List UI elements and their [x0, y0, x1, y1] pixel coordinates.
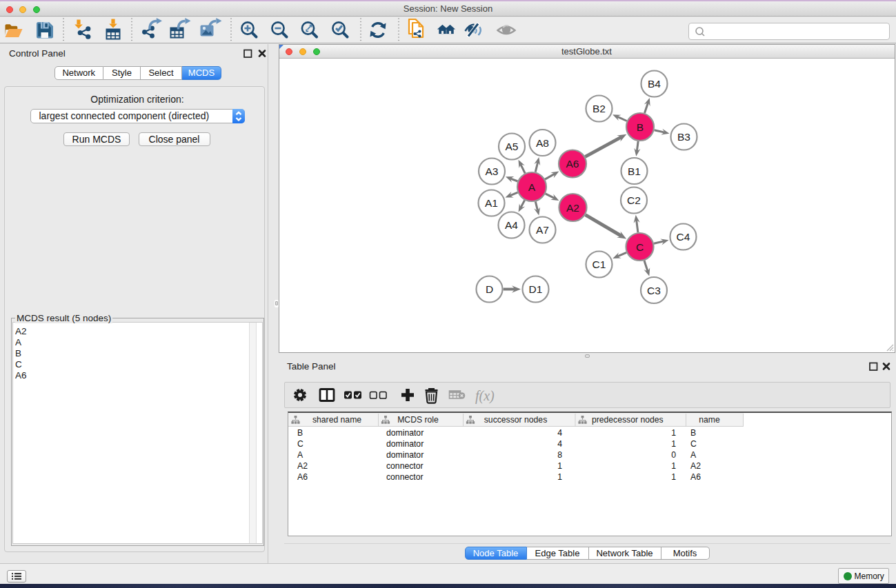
svg-text:A2: A2 — [297, 461, 308, 471]
svg-text:A6: A6 — [566, 158, 579, 170]
svg-text:1: 1 — [671, 461, 676, 471]
svg-text:A5: A5 — [505, 141, 518, 152]
svg-text:0: 0 — [671, 450, 676, 460]
svg-text:A: A — [690, 450, 697, 460]
svg-text:A6: A6 — [690, 472, 701, 482]
svg-text:name: name — [699, 415, 720, 425]
svg-text:B: B — [636, 121, 643, 133]
svg-text:B3: B3 — [677, 131, 690, 143]
svg-text:1: 1 — [557, 472, 562, 482]
svg-text:A: A — [528, 181, 535, 193]
svg-text:C: C — [297, 439, 303, 449]
svg-text:C2: C2 — [627, 194, 641, 206]
svg-text:A8: A8 — [536, 137, 549, 149]
svg-text:A2: A2 — [690, 461, 701, 471]
svg-text:1: 1 — [557, 461, 562, 471]
svg-text:8: 8 — [557, 450, 562, 460]
svg-text:C3: C3 — [647, 285, 661, 296]
svg-text:C1: C1 — [592, 258, 606, 270]
svg-text:1: 1 — [671, 439, 676, 449]
svg-text:A2: A2 — [566, 202, 579, 214]
svg-text:B1: B1 — [628, 165, 641, 177]
svg-text:A7: A7 — [536, 224, 549, 236]
svg-text:A4: A4 — [505, 219, 518, 231]
svg-text:connector: connector — [386, 472, 424, 482]
svg-text:A6: A6 — [297, 472, 308, 482]
svg-text:D1: D1 — [528, 283, 542, 295]
svg-text:dominator: dominator — [386, 428, 424, 438]
svg-text:D: D — [485, 283, 492, 295]
svg-text:dominator: dominator — [386, 439, 424, 449]
svg-text:connector: connector — [386, 461, 424, 471]
svg-text:B4: B4 — [648, 78, 661, 90]
svg-text:1: 1 — [671, 428, 676, 438]
svg-text:f(x): f(x) — [475, 388, 495, 404]
svg-text:B: B — [297, 428, 303, 438]
svg-text:A3: A3 — [485, 165, 498, 177]
svg-text:shared name: shared name — [312, 415, 361, 425]
svg-text:successor nodes: successor nodes — [484, 415, 547, 425]
svg-text:1: 1 — [671, 472, 676, 482]
svg-text:B2: B2 — [593, 103, 606, 114]
svg-text:A1: A1 — [485, 197, 498, 209]
svg-text:dominator: dominator — [386, 450, 424, 460]
svg-text:MCDS role: MCDS role — [397, 415, 439, 425]
svg-text:C4: C4 — [676, 231, 690, 243]
svg-text:4: 4 — [557, 428, 562, 438]
svg-text:C: C — [690, 439, 697, 449]
svg-text:B: B — [690, 428, 696, 438]
svg-text:C: C — [635, 241, 643, 253]
svg-text:A: A — [297, 450, 303, 460]
svg-text:4: 4 — [557, 439, 562, 449]
svg-text:predecessor nodes: predecessor nodes — [592, 415, 664, 425]
